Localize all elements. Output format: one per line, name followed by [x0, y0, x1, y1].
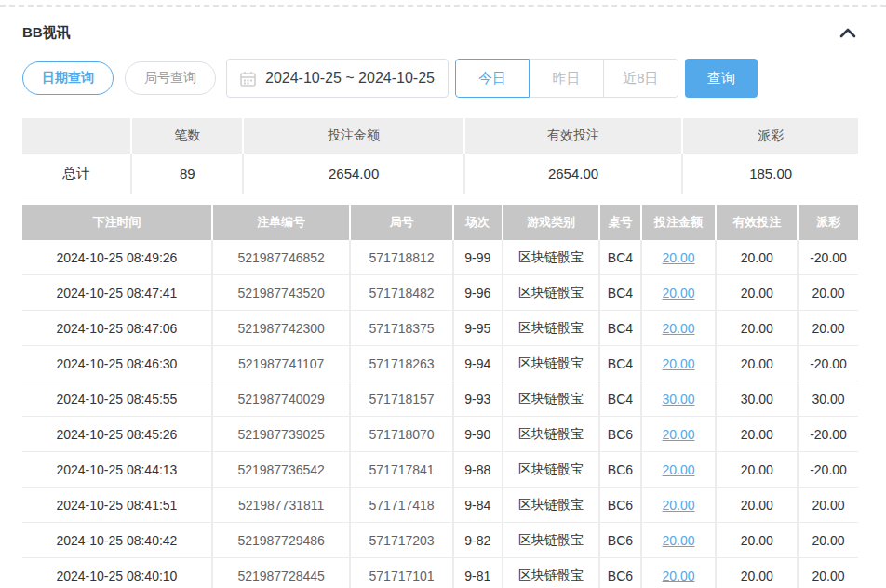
cell-session: 9-93 [454, 381, 502, 416]
bet-amount-link[interactable]: 20.00 [662, 427, 694, 442]
summary-col-header: 有效投注 [465, 118, 681, 154]
cell-game: 区块链骰宝 [503, 417, 598, 451]
cell-table-no: BC4 [600, 240, 639, 274]
cell-table-no: BC4 [600, 311, 639, 345]
cell-table-no: BC6 [600, 417, 639, 451]
summary-header-row: 笔数投注金额有效投注派彩 [22, 118, 858, 154]
date-query-button[interactable]: 日期查询 [22, 61, 114, 95]
cell-game: 区块链骰宝 [503, 523, 598, 557]
cell-table-no: BC6 [600, 488, 639, 522]
bet-col-header: 下注时间 [22, 205, 211, 240]
cell-game: 区块链骰宝 [503, 488, 598, 522]
bet-amount-cell: 20.00 [642, 523, 716, 557]
cell-round: 571718482 [351, 275, 451, 310]
bet-amount-cell: 20.00 [642, 488, 716, 522]
summary-col-header: 投注金额 [244, 118, 463, 154]
summary-col-header: 派彩 [683, 118, 858, 154]
cell-valid: 20.00 [717, 240, 797, 274]
collapse-button[interactable] [838, 25, 858, 40]
cell-round: 571717203 [351, 523, 451, 557]
cell-order: 521987739025 [213, 417, 350, 451]
panel-header: BB视讯 [22, 21, 858, 44]
table-row: 2024-10-25 08:40:10521987728445571717101… [22, 558, 858, 588]
cell-time: 2024-10-25 08:41:51 [22, 488, 211, 522]
cell-order: 521987740029 [213, 381, 350, 416]
table-row: 2024-10-25 08:49:26521987746852571718812… [22, 240, 858, 275]
cell-order: 521987743520 [213, 275, 350, 310]
bet-records-table: 下注时间注单编号局号场次游戏类别桌号投注金额有效投注派彩 2024-10-25 … [22, 205, 858, 588]
table-row: 2024-10-25 08:40:42521987729486571717203… [22, 523, 858, 558]
bet-amount-link[interactable]: 20.00 [662, 533, 694, 548]
bet-amount-link[interactable]: 20.00 [662, 356, 694, 371]
bet-amount-link[interactable]: 20.00 [662, 498, 694, 513]
cell-game: 区块链骰宝 [503, 381, 598, 416]
cell-order: 521987741107 [213, 346, 350, 381]
bet-table-body: 2024-10-25 08:49:26521987746852571718812… [22, 240, 858, 588]
bet-amount-cell: 20.00 [642, 417, 716, 451]
cell-payout: -20.00 [799, 417, 858, 451]
cell-time: 2024-10-25 08:47:06 [22, 311, 211, 345]
quick-date-tabs: 今日昨日近8日 [455, 59, 678, 98]
top-dashed-divider [0, 5, 886, 7]
cell-table-no: BC6 [600, 558, 639, 588]
cell-round: 571718070 [351, 417, 451, 451]
cell-table-no: BC6 [600, 452, 639, 487]
cell-valid: 20.00 [717, 488, 797, 522]
cell-round: 571717101 [351, 558, 451, 588]
bet-table-header-row: 下注时间注单编号局号场次游戏类别桌号投注金额有效投注派彩 [22, 205, 858, 240]
bet-amount-link[interactable]: 20.00 [662, 321, 694, 336]
cell-time: 2024-10-25 08:47:41 [22, 275, 211, 310]
tab-today[interactable]: 今日 [455, 59, 530, 98]
cell-table-no: BC4 [600, 275, 639, 310]
bet-amount-link[interactable]: 20.00 [662, 462, 694, 477]
cell-payout: 20.00 [799, 275, 858, 310]
table-row: 2024-10-25 08:46:30521987741107571718263… [22, 346, 858, 381]
cell-session: 9-81 [454, 558, 502, 588]
bet-col-header: 有效投注 [717, 205, 797, 240]
calendar-icon [240, 71, 256, 87]
cell-game: 区块链骰宝 [503, 558, 598, 588]
cell-session: 9-94 [454, 346, 502, 381]
summary-total-row: 总计892654.002654.00185.00 [22, 154, 858, 194]
cell-order: 521987742300 [213, 311, 350, 345]
cell-valid: 20.00 [717, 346, 797, 381]
cell-table-no: BC4 [600, 346, 639, 381]
cell-valid: 20.00 [717, 417, 797, 451]
bet-amount-cell: 20.00 [642, 346, 716, 381]
bet-col-header: 局号 [351, 205, 451, 240]
bet-amount-link[interactable]: 20.00 [662, 286, 694, 301]
bet-col-header: 游戏类别 [503, 205, 598, 240]
tab-recent8[interactable]: 近8日 [604, 59, 678, 98]
bet-col-header: 桌号 [600, 205, 639, 240]
chevron-up-icon [839, 27, 856, 41]
filter-row: 日期查询 局号查询 2024-10-25 ~ 2024-10-25 今日昨日近8… [22, 59, 858, 98]
round-query-button[interactable]: 局号查询 [125, 61, 216, 95]
cell-game: 区块链骰宝 [503, 346, 598, 381]
cell-payout: 20.00 [799, 558, 858, 588]
date-range-value: 2024-10-25 ~ 2024-10-25 [265, 70, 435, 87]
cell-payout: -20.00 [799, 346, 858, 381]
summary-total-value: 2654.00 [465, 154, 681, 194]
cell-order: 521987731811 [213, 488, 350, 522]
cell-session: 9-90 [454, 417, 502, 451]
cell-session: 9-88 [454, 452, 502, 487]
summary-col-header [22, 118, 130, 154]
tab-yesterday[interactable]: 昨日 [530, 59, 604, 98]
table-row: 2024-10-25 08:47:06521987742300571718375… [22, 311, 858, 346]
cell-valid: 20.00 [717, 452, 797, 487]
bet-amount-link[interactable]: 20.00 [662, 250, 694, 265]
cell-time: 2024-10-25 08:44:13 [22, 452, 211, 487]
bet-amount-link[interactable]: 30.00 [662, 392, 694, 407]
bb-video-panel: BB视讯 日期查询 局号查询 2024-10-25 ~ 2024-10-25 今… [0, 21, 886, 588]
cell-order: 521987746852 [213, 240, 350, 274]
bet-amount-link[interactable]: 20.00 [662, 568, 694, 583]
date-range-input[interactable]: 2024-10-25 ~ 2024-10-25 [226, 59, 449, 98]
table-row: 2024-10-25 08:47:41521987743520571718482… [22, 275, 858, 311]
cell-order: 521987728445 [213, 558, 350, 588]
cell-game: 区块链骰宝 [503, 275, 598, 310]
cell-session: 9-95 [454, 311, 502, 345]
cell-valid: 20.00 [717, 523, 797, 557]
search-button[interactable]: 查询 [685, 59, 758, 98]
bet-amount-cell: 20.00 [642, 558, 716, 588]
cell-valid: 30.00 [717, 381, 797, 416]
